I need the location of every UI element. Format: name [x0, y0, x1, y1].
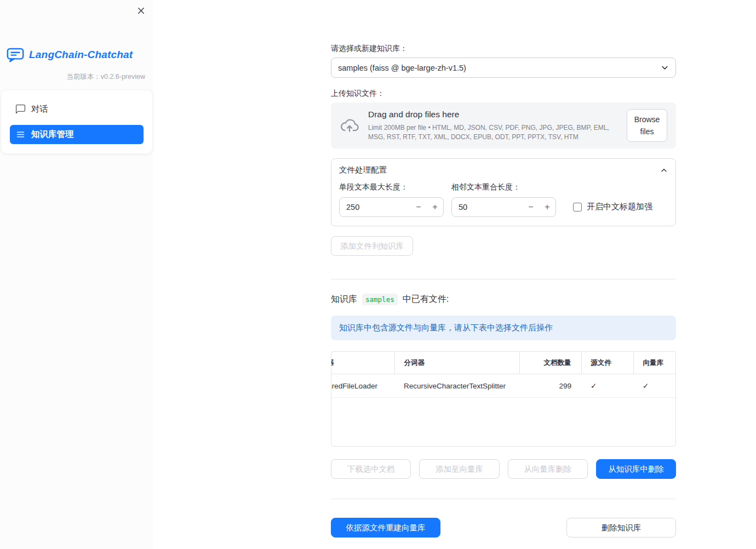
chunk-size-decrement-button[interactable]: − — [410, 202, 427, 212]
main-content: 请选择或新建知识库： samples (faiss @ bge-large-zh… — [153, 0, 756, 549]
col-header-loader[interactable]: 文档加载器 — [331, 352, 394, 374]
app-logo: LangChain-Chatchat — [7, 47, 153, 62]
download-selected-button[interactable]: 下载选中文档 — [331, 459, 411, 479]
overlap-size-input[interactable]: 50 − + — [451, 197, 556, 217]
files-table-inner: 文档加载器 分词器 文档数量 源文件 向量库 UnstructuredFileL… — [331, 352, 676, 398]
kb-select-label: 请选择或新建知识库： — [331, 44, 676, 54]
version-label: 当前版本：v0.2.6-preview — [0, 72, 153, 82]
kb-selectbox[interactable]: samples (faiss @ bge-large-zh-v1.5) — [331, 58, 676, 78]
dropzone-title: Drag and drop files here — [368, 110, 618, 119]
logo-chat-icon — [7, 47, 24, 62]
cell-doc-count: 299 — [519, 374, 581, 398]
kb-bottom-buttons: 依据源文件重建向量库 删除知识库 — [331, 518, 676, 537]
col-header-source-file[interactable]: 源文件 — [581, 352, 633, 374]
delete-from-kb-button[interactable]: 从知识库中删除 — [596, 459, 676, 479]
kb-selectbox-value: samples (faiss @ bge-large-zh-v1.5) — [338, 64, 466, 72]
add-files-to-kb-button[interactable]: 添加文件到知识库 — [331, 236, 413, 256]
chunk-size-label: 单段文本最大长度： — [339, 182, 444, 192]
zh-title-checkbox-row[interactable]: 开启中文标题加强 — [573, 202, 652, 212]
files-table[interactable]: 文档加载器 分词器 文档数量 源文件 向量库 UnstructuredFileL… — [331, 351, 676, 447]
files-heading-suffix: 中已有文件: — [403, 294, 449, 305]
col-header-doc-count[interactable]: 文档数量 — [519, 352, 581, 374]
cell-source-file-check: ✓ — [581, 374, 633, 398]
delete-from-vector-store-button[interactable]: 从向量库删除 — [508, 459, 588, 479]
chunk-size-input[interactable]: 250 − + — [339, 197, 444, 217]
upload-label: 上传知识文件： — [331, 89, 676, 99]
file-action-buttons: 下载选中文档 添加至向量库 从向量库删除 从知识库中删除 — [331, 459, 676, 479]
chunk-size-increment-button[interactable]: + — [427, 202, 443, 212]
dropzone-text: Drag and drop files here Limit 200MB per… — [368, 110, 618, 141]
delete-kb-button[interactable]: 删除知识库 — [566, 518, 676, 537]
overlap-size-value: 50 — [459, 203, 523, 211]
overlap-size-decrement-button[interactable]: − — [523, 202, 539, 212]
sidebar-close-button[interactable] — [135, 4, 147, 16]
sidebar: LangChain-Chatchat 当前版本：v0.2.6-preview 对… — [0, 0, 153, 549]
col-header-vector-store[interactable]: 向量库 — [633, 352, 676, 374]
zh-title-checkbox[interactable] — [573, 203, 582, 211]
cell-loader: UnstructuredFileLoader — [331, 374, 394, 398]
expander-header[interactable]: 文件处理配置 — [331, 159, 675, 180]
chevron-down-icon — [661, 64, 669, 72]
chat-icon — [16, 105, 25, 114]
table-row[interactable]: UnstructuredFileLoader RecursiveCharacte… — [331, 374, 676, 398]
file-config-expander: 文件处理配置 单段文本最大长度： 250 − + 相邻文本重合长度： — [331, 158, 676, 226]
zh-title-checkbox-label: 开启中文标题加强 — [587, 202, 652, 212]
sidebar-item-dialogue[interactable]: 对话 — [10, 100, 144, 119]
file-uploader-dropzone[interactable]: Drag and drop files here Limit 200MB per… — [331, 102, 676, 148]
existing-files-heading: 知识库 samples 中已有文件: — [331, 294, 676, 305]
col-header-splitter[interactable]: 分词器 — [394, 352, 519, 374]
list-icon — [16, 130, 25, 139]
kb-name-code: samples — [362, 294, 398, 305]
info-banner: 知识库中包含源文件与向量库，请从下表中选择文件后操作 — [331, 316, 676, 340]
cell-vector-store-check: ✓ — [633, 374, 676, 398]
expander-title: 文件处理配置 — [339, 165, 387, 175]
add-to-vector-store-button[interactable]: 添加至向量库 — [419, 459, 499, 479]
table-header-row: 文档加载器 分词器 文档数量 源文件 向量库 — [331, 352, 676, 374]
rebuild-vector-store-button[interactable]: 依据源文件重建向量库 — [331, 518, 440, 537]
dropzone-limit: Limit 200MB per file • HTML, MD, JSON, C… — [368, 123, 618, 141]
overlap-size-label: 相邻文本重合长度： — [451, 182, 556, 192]
logo-text: LangChain-Chatchat — [29, 49, 133, 61]
overlap-size-increment-button[interactable]: + — [539, 202, 555, 212]
browse-files-button[interactable]: Browse files — [627, 109, 667, 142]
chunk-size-value: 250 — [346, 203, 410, 211]
sidebar-menu: 对话 知识库管理 — [1, 90, 152, 153]
divider — [331, 279, 676, 279]
expander-body: 单段文本最大长度： 250 − + 相邻文本重合长度： 50 − + — [331, 180, 675, 226]
chevron-up-icon — [660, 167, 668, 174]
files-heading-prefix: 知识库 — [331, 294, 357, 305]
menu-item-label: 知识库管理 — [31, 129, 74, 140]
sidebar-item-kb-management[interactable]: 知识库管理 — [10, 125, 144, 144]
divider — [331, 499, 676, 499]
menu-item-label: 对话 — [31, 104, 48, 115]
close-icon — [137, 7, 145, 15]
cloud-upload-icon — [340, 117, 359, 134]
cell-splitter: RecursiveCharacterTextSplitter — [394, 374, 519, 398]
